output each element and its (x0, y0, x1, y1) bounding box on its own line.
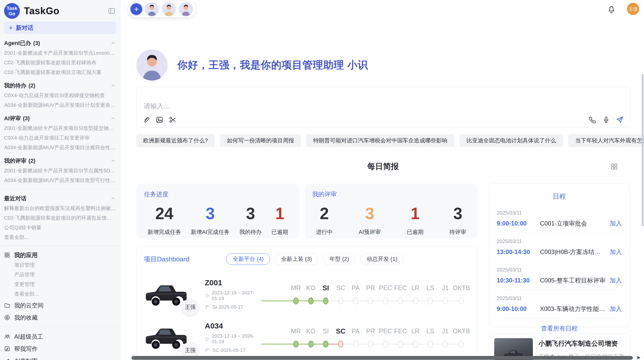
tab-year-model[interactable]: 年型 (2) (323, 253, 356, 265)
sidebar-collapse-icon[interactable] (108, 7, 115, 15)
sidebar-item[interactable]: C02-飞腾新能源轻客改款项目立项汇报方案 (4, 69, 116, 76)
sidebar-item-cloud-space[interactable]: 我的云空间 (4, 301, 116, 310)
stat: 3AI预评审 (359, 204, 381, 236)
send-icon[interactable] (616, 116, 624, 124)
task-progress-card: 任务进度 24新增完成任务 3新增AI完成任务 3我的待办 1已逾期 (136, 184, 299, 238)
recent-chat-item[interactable]: 公司Q3轻卡销量 (4, 224, 116, 231)
clock-icon (205, 293, 209, 298)
milestone-sc[interactable]: SC (333, 284, 348, 304)
sidebar-item-creative-draw[interactable]: 创意制图 (4, 356, 116, 360)
new-chat-button[interactable]: + 新对话 (4, 22, 116, 34)
join-button[interactable]: 加入 (610, 248, 622, 256)
milestone-ls[interactable]: LS (423, 284, 438, 304)
suggestion-chip[interactable]: 当下年轻人对汽车外观有怎样的喜好趋势 (568, 134, 644, 147)
section-header-agent-done[interactable]: Agent已办(3) (4, 39, 116, 47)
recent-view-all[interactable]: 查看全部... (4, 234, 116, 241)
microphone-icon[interactable] (602, 116, 610, 124)
section-header-recent[interactable]: 最近对话 (4, 195, 116, 202)
image-icon[interactable] (155, 116, 164, 124)
sidebar-item[interactable]: Z001-全新燃油皮卡产品开发项目SI节点Lesson Learn报告 (4, 49, 116, 57)
milestone-pa[interactable]: PA (348, 284, 363, 304)
vertical-scrollbar[interactable] (642, 74, 644, 226)
recent-chat-item[interactable]: C02-飞腾新能源轻客改款项目的闭环通告反馈情况 (4, 214, 116, 222)
event-date: 2025/03/11 (497, 267, 622, 273)
suggestion-chip[interactable]: 欧洲新规最近颁布了什么? (136, 134, 215, 147)
chevron-up-icon[interactable] (110, 83, 116, 88)
milestone-ko[interactable]: KO (303, 284, 318, 304)
milestone-mr[interactable]: MR (288, 327, 303, 347)
milestone-oktb[interactable]: OKTB (453, 327, 470, 347)
milestone-mr[interactable]: MR (288, 284, 303, 304)
chevron-up-icon[interactable] (110, 116, 116, 121)
sidebar-item[interactable]: C0X4-动力总成开发项目SI里程碑提交物检查 (4, 92, 116, 99)
milestone-oktb[interactable]: OKTB (453, 284, 470, 304)
join-button[interactable]: 加入 (610, 219, 622, 228)
chevron-up-icon[interactable] (110, 158, 116, 164)
app-item-change-mgmt[interactable]: 变更管理 (14, 281, 116, 288)
horizontal-scrollbar[interactable] (131, 356, 633, 360)
apps-view-all[interactable]: 查看全部... (14, 290, 116, 298)
milestone-fec[interactable]: FEC (393, 327, 408, 347)
section-header-ai-review[interactable]: AI评审(3) (4, 115, 116, 122)
my-apps-header[interactable]: 我的应用 (4, 251, 116, 259)
project-row-z001[interactable]: 王强 Z001 2023-12-19 ~ 2027-01-19 SI-2025-… (144, 274, 470, 314)
sidebar-item[interactable]: Z001-全新燃油轻卡产品开发项目SI节点属性5D文件评审 (4, 167, 116, 174)
sidebar-item[interactable]: A034-全新新能源MUV产品开发项目法规符合性评审 (4, 144, 116, 151)
attachment-icon[interactable] (142, 116, 150, 124)
suggestion-chip[interactable]: 比亚迪全固态电池计划具体说了什么 (460, 134, 563, 147)
milestone-si[interactable]: SI (318, 284, 333, 304)
scroll-right-arrow[interactable] (637, 356, 640, 359)
milestone-pr[interactable]: PR (363, 327, 378, 347)
app-item-project-mgmt[interactable]: 项目管理 (14, 261, 116, 269)
sidebar-item[interactable]: C02-飞腾新能源轻客改款项目里程碑画布 (4, 59, 116, 66)
tab-new-body[interactable]: 全新上装 (3) (274, 253, 318, 265)
recent-chat-item[interactable]: 解释最新出台的欧盟报废车法规再生塑料比例被调至15%... (4, 205, 116, 212)
sidebar-item-help-write[interactable]: 帮我写作 (4, 344, 116, 353)
section-header-my-todo[interactable]: 我的待办(2) (4, 82, 116, 89)
scissors-icon[interactable] (169, 116, 177, 124)
agent-avatar-1[interactable] (144, 2, 159, 17)
project-row-a034[interactable]: 王强 A034 2023-12-19 ~ 2026-01-19 SC-2025-… (144, 317, 470, 357)
message-input[interactable] (144, 102, 551, 113)
milestone-ko[interactable]: KO (303, 327, 318, 347)
join-button[interactable]: 加入 (610, 305, 622, 313)
sidebar-item[interactable]: C0X4-动力总成开发项目工程变更评审 (4, 134, 116, 142)
user-avatar[interactable]: 王强 (627, 3, 639, 15)
milestone-pa[interactable]: PA (348, 327, 363, 347)
sidebar-item[interactable]: A034-全新新能源MUV产品开发项目造型可行性评审 (4, 177, 116, 184)
layout-grid-icon[interactable] (610, 163, 618, 170)
sidebar-item[interactable]: Z001-全新燃油轻卡产品开发项目SI造型提交物评审 (4, 125, 116, 132)
view-all-schedule-link[interactable]: 查看所有日程 (497, 324, 622, 333)
agent-avatar-3[interactable] (179, 2, 193, 17)
agent-avatar-2[interactable] (162, 2, 176, 17)
milestone-si[interactable]: SI (318, 327, 333, 347)
milestone-pr[interactable]: PR (363, 284, 378, 304)
chevron-up-icon[interactable] (110, 40, 116, 46)
sidebar-item[interactable]: A034-全新新能源MUV产品开发项目计划变更表编写 (4, 101, 116, 109)
app-item-product-mgmt[interactable]: 产品管理 (14, 271, 116, 278)
milestone-lr[interactable]: LR (408, 327, 423, 347)
sidebar-item-favorites[interactable]: 我的收藏 (4, 313, 116, 322)
tab-powertrain[interactable]: 动总开发 (1) (360, 253, 404, 265)
milestone-ls[interactable]: LS (423, 327, 438, 347)
milestone-j1[interactable]: J1 (438, 284, 453, 304)
milestone-pec[interactable]: PEC (378, 284, 393, 304)
schedule-event: 2025/03/11 13:00-14:30 C003|H0B-方案冻结评审 加… (497, 233, 622, 261)
voice-call-icon[interactable] (588, 116, 596, 124)
suggestion-chip[interactable]: 特朗普可能对进口汽车增税会对中国车企造成哪些影响 (306, 134, 454, 147)
join-button[interactable]: 加入 (610, 276, 622, 284)
add-chat-button[interactable]: + (130, 3, 142, 15)
milestone-fec[interactable]: FEC (393, 284, 408, 304)
chevron-up-icon[interactable] (110, 196, 116, 201)
milestone-sc[interactable]: SC (333, 327, 348, 347)
notification-bell-icon[interactable] (607, 6, 616, 14)
milestone-j1[interactable]: J1 (438, 327, 453, 347)
section-header-my-review[interactable]: 我的评审(2) (4, 157, 116, 165)
sidebar-item-ai-employee[interactable]: AI超级员工 (4, 332, 116, 341)
tab-new-platform[interactable]: 全新平台 (4) (226, 253, 270, 265)
milestone-dot (383, 297, 388, 304)
milestone-lr[interactable]: LR (408, 284, 423, 304)
message-input-card (136, 87, 630, 128)
milestone-pec[interactable]: PEC (378, 327, 393, 347)
suggestion-chip[interactable]: 如何写一份清晰的项目周报 (220, 134, 301, 147)
